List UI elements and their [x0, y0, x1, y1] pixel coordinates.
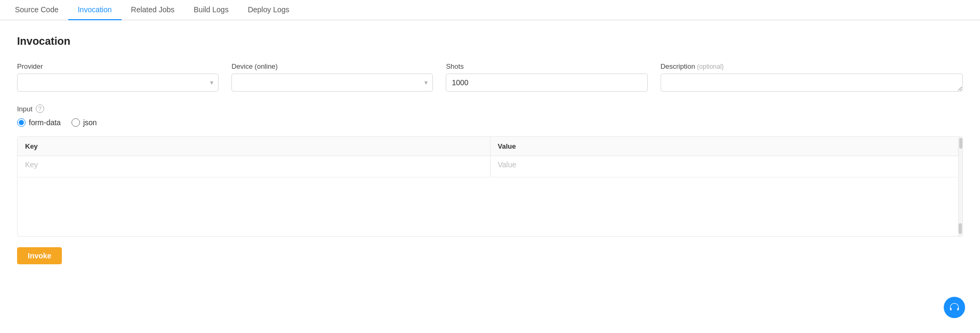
device-group: Device (online) [231, 62, 433, 92]
radio-form-data-option[interactable]: form-data [17, 118, 61, 127]
kv-key-header: Key [18, 137, 491, 156]
radio-json-option[interactable]: json [71, 118, 97, 127]
radio-json-label: json [83, 118, 97, 127]
input-help-icon[interactable]: ? [36, 104, 44, 113]
device-label: Device (online) [231, 62, 433, 70]
input-label: Input [17, 105, 33, 113]
headphones-icon [949, 302, 960, 313]
tab-related-jobs[interactable]: Related Jobs [122, 0, 184, 20]
kv-value-header: Value [491, 137, 963, 156]
kv-scrollbar-thumb-top [959, 138, 962, 149]
description-optional: (optional) [697, 63, 724, 70]
help-fab-button[interactable] [944, 297, 965, 318]
description-group: Description (optional) [661, 62, 963, 92]
radio-json-input[interactable] [71, 118, 80, 127]
kv-header: Key Value [18, 137, 962, 156]
invoke-button[interactable]: Invoke [17, 247, 62, 264]
kv-key-cell-1[interactable]: Key [18, 156, 491, 177]
input-section: Input ? form-data json [17, 104, 963, 127]
radio-form-data-label: form-data [29, 118, 61, 127]
kv-table: Key Value Key Value [17, 136, 963, 237]
provider-group: Provider [17, 62, 219, 92]
provider-select[interactable] [17, 74, 219, 92]
main-container: Source Code Invocation Related Jobs Buil… [0, 0, 980, 333]
kv-body: Key Value [18, 156, 962, 236]
shots-input[interactable] [446, 74, 647, 92]
shots-group: Shots [446, 62, 647, 92]
kv-row-1: Key Value [18, 156, 962, 177]
tab-source-code[interactable]: Source Code [5, 0, 68, 20]
page-title: Invocation [17, 35, 963, 47]
form-row-main: Provider Device (online) Shots [17, 62, 963, 92]
provider-label: Provider [17, 62, 219, 70]
tab-bar: Source Code Invocation Related Jobs Buil… [0, 0, 980, 20]
kv-scrollbar-thumb-bottom [959, 223, 962, 234]
device-select-wrapper [231, 74, 433, 92]
radio-group: form-data json [17, 118, 963, 127]
tab-invocation[interactable]: Invocation [68, 0, 122, 20]
description-input[interactable] [661, 74, 963, 92]
content-area: Invocation Provider Device (online) [0, 20, 980, 281]
shots-label: Shots [446, 62, 647, 70]
device-select[interactable] [231, 74, 433, 92]
tab-deploy-logs[interactable]: Deploy Logs [238, 0, 299, 20]
provider-select-wrapper [17, 74, 219, 92]
kv-scrollbar[interactable] [958, 137, 962, 236]
description-label: Description (optional) [661, 62, 963, 70]
radio-form-data-input[interactable] [17, 118, 26, 127]
input-label-row: Input ? [17, 104, 963, 113]
tab-build-logs[interactable]: Build Logs [184, 0, 238, 20]
kv-value-cell-1[interactable]: Value [491, 156, 963, 177]
